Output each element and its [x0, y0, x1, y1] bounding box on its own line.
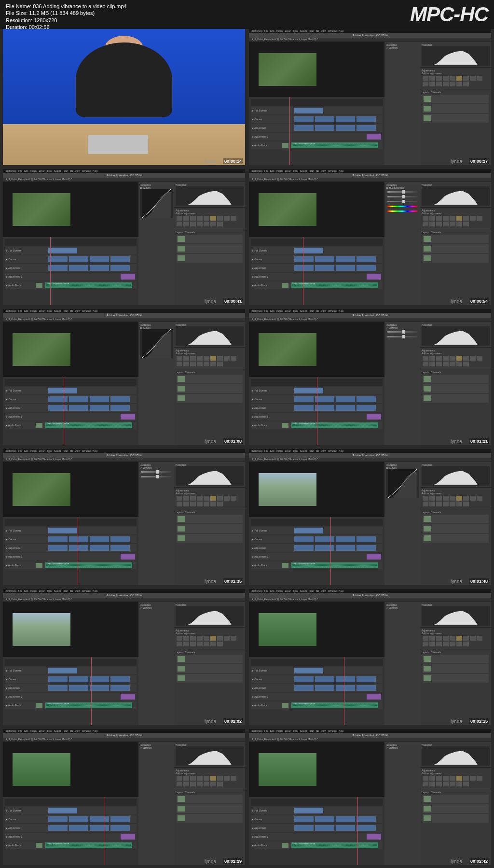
adjustment-icon[interactable]: [177, 362, 182, 366]
canvas-viewport[interactable]: [249, 602, 384, 657]
menu-item[interactable]: File: [18, 589, 22, 592]
layer-row[interactable]: [423, 515, 489, 523]
vibrance-icon[interactable]: [210, 496, 216, 501]
audio-clip[interactable]: TheGenerations.mp3: [291, 562, 378, 568]
thumbnail-6[interactable]: PhotoshopFileEditImageLayerTypeSelectFil…: [249, 309, 491, 445]
adjustment-icon[interactable]: [456, 642, 462, 646]
layer-row[interactable]: [177, 524, 243, 533]
playhead[interactable]: [50, 237, 51, 305]
adjustment-icon[interactable]: [204, 356, 209, 361]
menu-item[interactable]: Select: [54, 169, 61, 172]
app-menubar[interactable]: PhotoshopFileEditImageLayerTypeSelectFil…: [249, 29, 491, 33]
timeline-track[interactable]: ▸ Full Screen: [251, 527, 383, 534]
document-tab[interactable]: 4_3_Color_Example.tif @ 16.7% (Vibrance …: [3, 318, 245, 322]
document-tab[interactable]: 4_3_Color_Example.tif @ 16.7% (Vibrance …: [3, 738, 245, 742]
menu-item[interactable]: Type: [47, 169, 52, 172]
layer-row[interactable]: [423, 524, 489, 533]
menu-item[interactable]: Filter: [309, 449, 314, 452]
menu-item[interactable]: Filter: [63, 449, 68, 452]
timeline-panel[interactable]: ▸ Full Screen▸ Curves▸ Adjustment▸ Adjus…: [249, 797, 384, 865]
adjustment-icon[interactable]: [423, 356, 428, 361]
adjustment-presets[interactable]: [422, 635, 490, 647]
timeline-track[interactable]: ▸ Adjustment: [251, 124, 383, 132]
adjustment-icon[interactable]: [443, 76, 449, 81]
menu-item[interactable]: Type: [293, 729, 298, 732]
timeline-track[interactable]: ▸ Full Screen: [251, 107, 383, 114]
menu-item[interactable]: Help: [93, 169, 97, 172]
adjustment-icon[interactable]: [231, 496, 236, 501]
timeline-panel[interactable]: ▸ Full Screen▸ Curves▸ Adjustment▸ Adjus…: [249, 377, 384, 445]
adjustment-presets[interactable]: [422, 355, 490, 367]
adjustment-icon[interactable]: [470, 356, 476, 361]
menu-item[interactable]: View: [321, 169, 326, 172]
layer-row[interactable]: [423, 655, 489, 663]
layer-row[interactable]: [423, 104, 489, 113]
menu-item[interactable]: Layer: [285, 729, 291, 732]
menu-item[interactable]: Filter: [309, 309, 314, 312]
menu-item[interactable]: Layer: [285, 29, 291, 32]
menu-item[interactable]: Edit: [24, 169, 28, 172]
timeline-track[interactable]: ▸ Adjustment: [5, 544, 137, 552]
menu-item[interactable]: File: [18, 169, 22, 172]
layer-row[interactable]: [177, 394, 243, 403]
adjustment-icon[interactable]: [224, 496, 230, 501]
menu-item[interactable]: Photoshop: [251, 729, 262, 732]
timeline-track[interactable]: ▸ Audio TrackTheGenerations.mp3: [5, 281, 137, 289]
adjustment-icon[interactable]: [204, 782, 209, 786]
curves-graph[interactable]: [386, 469, 419, 498]
adjustment-icon[interactable]: [197, 222, 203, 226]
adjustment-icon[interactable]: [217, 782, 223, 786]
adjustment-icon[interactable]: [436, 76, 442, 81]
adjustment-icon[interactable]: [436, 222, 442, 226]
layer-row[interactable]: [177, 244, 243, 253]
layer-row[interactable]: [177, 655, 243, 663]
adjustment-icon[interactable]: [177, 496, 182, 501]
playhead[interactable]: [303, 237, 303, 305]
menu-item[interactable]: View: [75, 729, 80, 732]
adjustment-icon[interactable]: [217, 222, 223, 226]
menu-item[interactable]: 3D: [316, 589, 319, 592]
playhead[interactable]: [78, 517, 78, 585]
adjustment-icon[interactable]: [463, 502, 469, 506]
adjustment-icon[interactable]: [443, 356, 449, 361]
menu-item[interactable]: Image: [276, 309, 283, 312]
curves-graph[interactable]: [140, 189, 173, 218]
menu-item[interactable]: Select: [54, 449, 61, 452]
menu-item[interactable]: Edit: [270, 729, 274, 732]
adjustment-icon[interactable]: [463, 496, 469, 501]
adjustment-icon[interactable]: [463, 356, 469, 361]
menu-item[interactable]: Image: [30, 169, 37, 172]
adjustment-icon[interactable]: [177, 222, 182, 226]
adjustment-icon[interactable]: [463, 642, 469, 646]
adjustment-icon[interactable]: [429, 636, 435, 641]
adjustment-icon[interactable]: [197, 502, 203, 506]
adjustment-icon[interactable]: [463, 776, 469, 781]
menu-item[interactable]: Filter: [63, 589, 68, 592]
timeline-track[interactable]: ▸ Adjustment 1: [251, 133, 383, 140]
menu-item[interactable]: Type: [47, 449, 52, 452]
menu-item[interactable]: Edit: [270, 589, 274, 592]
hue-slider[interactable]: [386, 189, 419, 194]
menu-item[interactable]: 3D: [70, 449, 73, 452]
adjustment-icon[interactable]: [177, 642, 182, 646]
adjustment-icon[interactable]: [450, 782, 455, 786]
timeline-track[interactable]: ▸ Full Screen: [5, 247, 137, 254]
adjustment-presets[interactable]: [422, 75, 490, 87]
app-menubar[interactable]: PhotoshopFileEditImageLayerTypeSelectFil…: [3, 589, 245, 593]
adjustment-icon[interactable]: [450, 216, 455, 221]
adjustment-icon[interactable]: [470, 216, 476, 221]
menu-item[interactable]: Type: [47, 309, 52, 312]
menu-item[interactable]: Photoshop: [5, 169, 16, 172]
menu-item[interactable]: View: [75, 449, 80, 452]
timeline-track[interactable]: ▸ Adjustment 1: [5, 413, 137, 420]
app-menubar[interactable]: PhotoshopFileEditImageLayerTypeSelectFil…: [249, 169, 491, 173]
menu-item[interactable]: 3D: [316, 309, 319, 312]
menu-item[interactable]: Select: [300, 589, 307, 592]
document-tab[interactable]: 4_3_Color_Example.tif @ 16.7% (Vibrance …: [249, 738, 491, 742]
menu-item[interactable]: Select: [300, 309, 307, 312]
timeline-track[interactable]: ▸ Curves: [251, 115, 383, 123]
adjustment-icon[interactable]: [231, 216, 236, 221]
adjustment-icon[interactable]: [450, 496, 455, 501]
menu-item[interactable]: 3D: [316, 449, 319, 452]
adjustment-presets[interactable]: [422, 775, 490, 787]
